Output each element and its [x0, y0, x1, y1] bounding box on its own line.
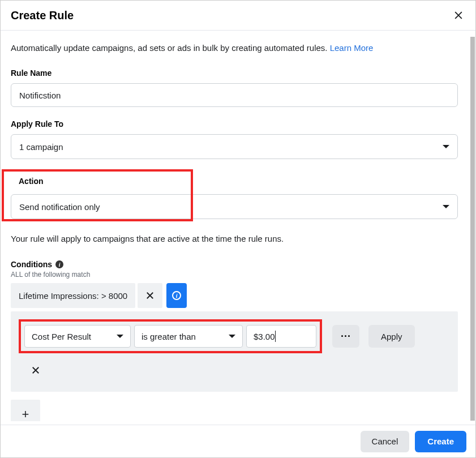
condition-chip-row: Lifetime Impressions: > 8000 i	[11, 283, 465, 308]
condition-info-button[interactable]: i	[166, 283, 187, 308]
learn-more-link[interactable]: Learn More	[330, 43, 374, 53]
modal-header: Create Rule	[1, 1, 475, 31]
apply-to-label: Apply Rule To	[11, 119, 465, 129]
create-button[interactable]: Create	[415, 431, 466, 452]
apply-condition-button[interactable]: Apply	[368, 325, 415, 348]
close-icon	[453, 10, 464, 21]
modal-body: Automatically update campaigns, ad sets …	[1, 31, 475, 421]
conditions-label: Conditions i	[11, 260, 63, 269]
condition-editor: Cost Per Result is greater than $3.00 ··…	[11, 311, 458, 392]
conditions-subnote: ALL of the following match	[11, 271, 465, 279]
remove-editor-button[interactable]	[24, 359, 47, 382]
plus-icon: +	[22, 407, 29, 421]
info-icon[interactable]: i	[55, 260, 63, 268]
close-icon	[145, 290, 155, 301]
close-modal-button[interactable]	[452, 8, 465, 22]
intro-text: Automatically update campaigns, ad sets …	[11, 42, 465, 54]
rule-name-label: Rule Name	[11, 69, 465, 78]
chevron-down-icon	[229, 335, 235, 338]
close-icon	[31, 365, 41, 375]
remove-condition-button[interactable]	[138, 283, 162, 308]
add-condition-button[interactable]: +	[11, 400, 40, 421]
info-icon: i	[172, 291, 181, 300]
modal-footer: Cancel Create	[1, 425, 475, 457]
condition-metric-select[interactable]: Cost Per Result	[24, 325, 131, 348]
cancel-button[interactable]: Cancel	[361, 431, 410, 452]
modal-title: Create Rule	[11, 9, 74, 22]
action-section: Action Send notification only	[11, 172, 465, 221]
apply-to-select[interactable]: 1 campaign	[11, 134, 458, 159]
text-cursor	[275, 331, 276, 342]
highlight-annotation: Cost Per Result is greater than $3.00	[19, 319, 322, 353]
action-select[interactable]: Send notification only	[11, 194, 458, 219]
more-options-button[interactable]: ···	[332, 325, 359, 348]
rule-name-input[interactable]: Notificstion	[11, 83, 458, 107]
chevron-down-icon	[117, 335, 123, 338]
action-label: Action	[19, 177, 44, 186]
chevron-down-icon	[443, 145, 449, 148]
ellipsis-icon: ···	[341, 331, 351, 343]
chevron-down-icon	[443, 205, 449, 208]
condition-editor-row: Cost Per Result is greater than $3.00 ··…	[19, 319, 450, 353]
condition-chip[interactable]: Lifetime Impressions: > 8000	[11, 283, 135, 308]
condition-operator-select[interactable]: is greater than	[134, 325, 243, 348]
action-note: Your rule will apply to campaigns that a…	[11, 234, 465, 243]
condition-value-input[interactable]: $3.00	[246, 325, 316, 348]
